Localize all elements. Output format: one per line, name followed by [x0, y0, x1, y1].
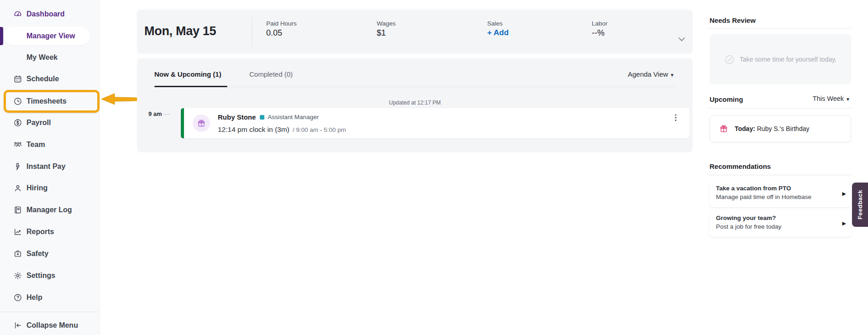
sidebar-item-team[interactable]: Team [0, 138, 100, 152]
avatar [193, 115, 210, 132]
tab-now-upcoming[interactable]: Now & Upcoming (1) [154, 70, 221, 78]
sidebar-item-help[interactable]: Help [0, 291, 100, 304]
book-icon [13, 205, 23, 215]
tab-completed[interactable]: Completed (0) [249, 70, 293, 78]
stat-labor: Labor --% [592, 20, 608, 38]
sidebar-item-payroll[interactable]: Payroll [0, 116, 100, 130]
sidebar-divider [0, 312, 100, 312]
right-sidebar: Needs Review Take some time for yourself… [709, 0, 854, 335]
timeline-hour-label: 9 am [148, 110, 162, 117]
shift-card-header: Ruby Stone Assistant Manager [218, 113, 319, 121]
day-summary-panel: Mon, May 15 Paid Hours 0.05 Wages $1 Sal… [137, 10, 693, 54]
scheduled-shift: / 9:00 am - 5:00 pm [293, 126, 346, 133]
gift-icon [197, 119, 206, 128]
sidebar-item-label: Manager Log [26, 206, 72, 214]
clock-in-status: 12:14 pm clock in (3m) [218, 126, 289, 134]
kebab-menu-icon[interactable]: ⋮ [672, 114, 679, 121]
upcoming-filter-dropdown[interactable]: This Week▼ [813, 95, 850, 102]
feedback-button[interactable]: Feedback [852, 183, 868, 227]
stat-value: $1 [377, 28, 396, 38]
team-icon [13, 140, 23, 150]
app-window: Dashboard Manager View My Week Schedule … [0, 0, 868, 335]
sidebar-item-label: Dashboard [26, 10, 65, 18]
sidebar-item-reports[interactable]: Reports [0, 225, 100, 239]
collapse-menu-button[interactable]: Collapse Menu [0, 319, 100, 332]
gear-icon [13, 271, 23, 281]
sidebar-item-hiring[interactable]: Hiring [0, 181, 100, 195]
sidebar-item-label: Schedule [26, 75, 59, 83]
stat-sales: Sales + Add [487, 20, 509, 37]
sidebar-item-label: Manager View [26, 32, 75, 40]
stat-label: Wages [377, 20, 396, 27]
sidebar-item-label: Safety [26, 250, 48, 258]
timesheet-panel: Now & Upcoming (1) Completed (0) Agenda … [137, 58, 693, 152]
stat-label: Sales [487, 20, 509, 27]
recommendation-subtitle: Post a job for free today [716, 223, 837, 230]
sidebar-item-schedule[interactable]: Schedule [0, 72, 100, 86]
section-divider [709, 108, 851, 109]
recommendation-subtitle: Manage paid time off in Homebase [716, 194, 837, 200]
person-icon [13, 183, 23, 193]
updated-timestamp: Updated at 12:17 PM [137, 99, 693, 106]
needs-review-empty-state: Take some time for yourself today. [710, 34, 851, 84]
gift-icon [719, 124, 728, 133]
sidebar: Dashboard Manager View My Week Schedule … [0, 0, 100, 335]
upcoming-filter-label: This Week [813, 95, 844, 102]
clock-icon [13, 96, 23, 106]
caret-down-icon: ▼ [846, 97, 850, 102]
sidebar-item-label: My Week [26, 53, 58, 62]
sidebar-item-label: Payroll [26, 119, 51, 127]
dollar-circle-icon [13, 118, 23, 128]
chevron-down-icon[interactable] [678, 35, 685, 41]
timeline-tick [163, 114, 170, 115]
sidebar-item-my-week[interactable]: My Week [0, 51, 100, 64]
shift-card-detail: 12:14 pm clock in (3m) / 9:00 am - 5:00 … [218, 126, 346, 134]
section-divider [709, 175, 851, 175]
sidebar-item-label: Help [26, 293, 42, 302]
recommendations-title: Recommendations [710, 162, 771, 170]
recommendation-title: Growing your team? [716, 215, 837, 221]
sidebar-item-label: Team [26, 141, 45, 149]
add-sales-button[interactable]: + Add [487, 28, 509, 37]
stat-label: Paid Hours [266, 20, 297, 27]
recommendation-card-hiring[interactable]: Growing your team? Post a job for free t… [710, 210, 851, 237]
agenda-view-dropdown[interactable]: Agenda View▼ [628, 70, 674, 78]
needs-review-message: Take some time for yourself today. [740, 56, 836, 63]
stat-value: --% [592, 28, 608, 38]
sidebar-item-label: Instant Pay [26, 162, 65, 171]
stat-label: Labor [592, 20, 608, 27]
sidebar-item-safety[interactable]: Safety [0, 247, 100, 261]
sidebar-item-label: Settings [26, 272, 55, 280]
shift-card[interactable]: Ruby Stone Assistant Manager 12:14 pm cl… [181, 108, 689, 138]
birthday-card[interactable]: Today: Ruby S.'s Birthday [710, 115, 851, 142]
collapse-menu-label: Collapse Menu [26, 321, 78, 330]
birthday-prefix: Today: [735, 125, 755, 132]
caret-down-icon: ▼ [670, 73, 674, 78]
stat-value: 0.05 [266, 28, 297, 38]
lightning-icon [13, 162, 23, 172]
birthday-text: Today: Ruby S.'s Birthday [735, 125, 809, 132]
sidebar-item-instant-pay[interactable]: Instant Pay [0, 160, 100, 173]
sidebar-item-timesheets[interactable]: Timesheets [0, 94, 100, 108]
upcoming-title: Upcoming [710, 95, 743, 103]
calendar-icon [13, 74, 23, 84]
active-tab-underline [154, 86, 227, 87]
agenda-view-label: Agenda View [628, 70, 668, 78]
recommendation-card-pto[interactable]: Take a vacation from PTO Manage paid tim… [710, 181, 851, 207]
needs-review-title: Needs Review [710, 16, 756, 24]
birthday-event: Ruby S.'s Birthday [757, 125, 810, 132]
employee-role: Assistant Manager [268, 114, 319, 120]
date-heading: Mon, May 15 [144, 24, 216, 38]
feedback-label: Feedback [857, 190, 863, 220]
sidebar-item-manager-view[interactable]: Manager View [0, 29, 100, 43]
check-circle-icon [724, 54, 735, 65]
sidebar-item-manager-log[interactable]: Manager Log [0, 203, 100, 217]
sidebar-item-dashboard[interactable]: Dashboard [0, 7, 100, 21]
caret-right-icon: ▶ [842, 220, 846, 226]
collapse-icon [13, 320, 23, 330]
sidebar-item-settings[interactable]: Settings [0, 269, 100, 283]
employee-name: Ruby Stone [218, 113, 256, 121]
help-icon [13, 293, 23, 303]
sidebar-item-label: Timesheets [26, 97, 67, 105]
chart-icon [13, 227, 23, 237]
